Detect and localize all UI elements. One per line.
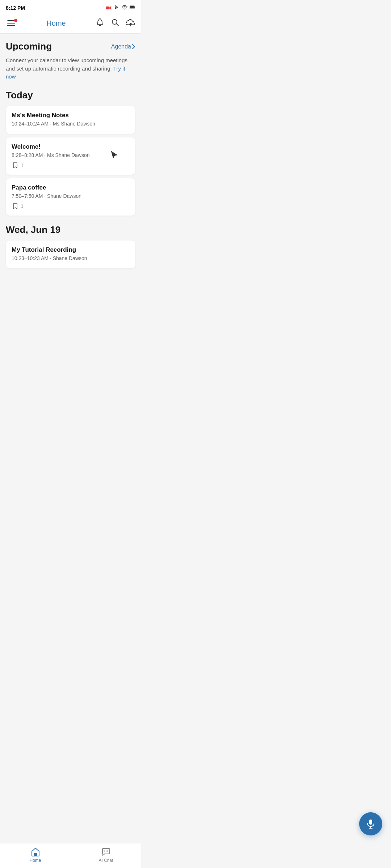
meeting-meta: 10:24–10:24 AM · Ms Shane Dawson bbox=[12, 121, 130, 127]
meeting-card[interactable]: Welcome! 8:28–8:28 AM · Ms Shane Dawson … bbox=[6, 137, 135, 175]
today-title: Today bbox=[6, 90, 135, 101]
bluetooth-icon bbox=[114, 4, 119, 12]
bookmark-icon bbox=[12, 162, 19, 169]
wed-jun19-section: Wed, Jun 19 My Tutorial Recording 10:23–… bbox=[6, 224, 135, 268]
top-nav: Home bbox=[0, 14, 141, 34]
svg-rect-4 bbox=[130, 6, 134, 8]
menu-button[interactable] bbox=[6, 19, 17, 27]
status-icons bbox=[106, 4, 135, 12]
meeting-meta: 8:28–8:28 AM · Ms Shane Dawson bbox=[12, 152, 130, 158]
wifi-icon bbox=[122, 4, 127, 12]
meeting-meta: 7:50–7:50 AM · Shane Dawson bbox=[12, 193, 130, 199]
meeting-title: My Tutorial Recording bbox=[12, 246, 130, 254]
meeting-title: Papa coffee bbox=[12, 184, 130, 191]
upcoming-header: Upcoming Agenda bbox=[6, 41, 135, 52]
meeting-card[interactable]: My Tutorial Recording 10:23–10:23 AM · S… bbox=[6, 241, 135, 268]
bookmark-icon bbox=[12, 203, 19, 210]
battery-icon bbox=[130, 4, 135, 12]
nav-actions bbox=[96, 18, 135, 28]
notification-dot bbox=[14, 19, 17, 22]
search-icon[interactable] bbox=[111, 18, 119, 28]
meeting-meta: 10:23–10:23 AM · Shane Dawson bbox=[12, 255, 130, 261]
agenda-link[interactable]: Agenda bbox=[111, 43, 135, 50]
meeting-card[interactable]: Papa coffee 7:50–7:50 AM · Shane Dawson … bbox=[6, 178, 135, 216]
meeting-card[interactable]: Ms's Meeting Notes 10:24–10:24 AM · Ms S… bbox=[6, 106, 135, 134]
status-time: 8:12 PM bbox=[6, 5, 25, 11]
status-bar: 8:12 PM bbox=[0, 0, 141, 14]
upcoming-title: Upcoming bbox=[6, 41, 52, 52]
wed-jun19-title: Wed, Jun 19 bbox=[6, 224, 135, 235]
svg-rect-0 bbox=[106, 7, 109, 9]
nav-title: Home bbox=[46, 19, 66, 27]
upcoming-description: Connect your calendar to view upcoming m… bbox=[6, 56, 135, 81]
meeting-title: Welcome! bbox=[12, 143, 130, 150]
svg-marker-1 bbox=[109, 6, 111, 10]
video-camera-icon bbox=[106, 5, 112, 11]
svg-point-2 bbox=[124, 9, 125, 9]
meeting-badge: 1 bbox=[12, 203, 130, 210]
meeting-badge: 1 bbox=[12, 162, 130, 169]
bell-icon[interactable] bbox=[96, 18, 104, 28]
meeting-title: Ms's Meeting Notes bbox=[12, 112, 130, 119]
main-content: Upcoming Agenda Connect your calendar to… bbox=[0, 34, 141, 313]
upcoming-section: Upcoming Agenda Connect your calendar to… bbox=[6, 41, 135, 81]
today-section: Today Ms's Meeting Notes 10:24–10:24 AM … bbox=[6, 90, 135, 216]
upload-icon[interactable] bbox=[126, 18, 135, 28]
